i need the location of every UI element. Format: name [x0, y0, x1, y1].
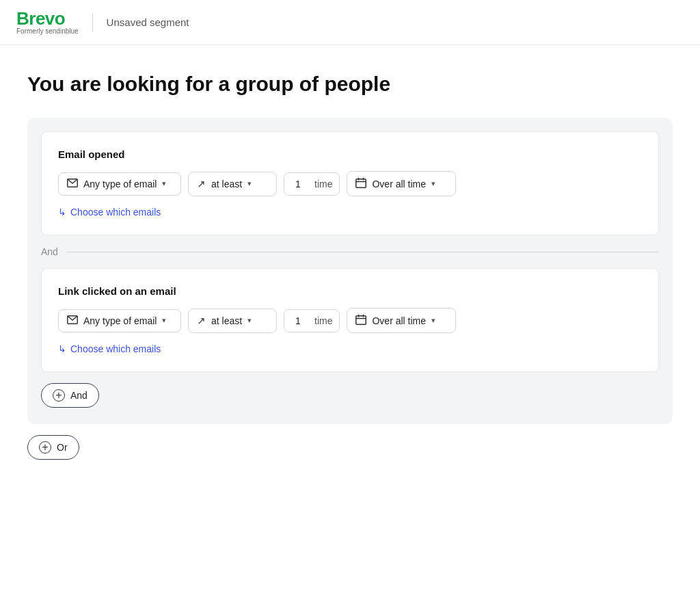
chevron-icon-2: ▾: [162, 316, 166, 325]
trend-icon-2: ↗: [197, 315, 206, 327]
add-and-circle-icon: +: [53, 389, 65, 402]
calendar-icon-2: [355, 314, 366, 327]
period-label-1: Over all time: [372, 179, 426, 189]
frequency-dropdown-1[interactable]: ↗ at least ▾: [188, 172, 277, 196]
condition-card-2: Link clicked on an email Any type of ema…: [41, 268, 659, 372]
time-input-group-1: time: [284, 172, 340, 196]
choose-arrow-icon-1: ↳: [58, 207, 66, 218]
add-or-label: Or: [57, 442, 68, 453]
time-value-input-1[interactable]: [284, 173, 312, 195]
add-and-label: And: [70, 390, 88, 401]
frequency-dropdown-2[interactable]: ↗ at least ▾: [188, 309, 277, 333]
condition-2-controls: Any type of email ▾ ↗ at least ▾ time: [58, 308, 642, 333]
header-divider: [92, 13, 93, 32]
and-divider: And: [41, 246, 659, 257]
add-or-button[interactable]: + Or: [27, 435, 79, 460]
or-section: + Or: [27, 435, 673, 460]
segment-builder: Email opened Any type of email ▾ ↗: [27, 118, 673, 424]
time-unit-label-2: time: [312, 310, 339, 332]
logo-subtitle: Formerly sendinblue: [16, 28, 79, 35]
time-input-group-2: time: [284, 309, 340, 332]
trend-icon-1: ↗: [197, 178, 206, 190]
chevron-icon-period-2: ▾: [431, 316, 435, 325]
condition-1-title: Email opened: [58, 148, 642, 160]
email-type-dropdown-2[interactable]: Any type of email ▾: [58, 309, 181, 332]
main-content: You are looking for a group of people Em…: [0, 45, 700, 487]
choose-emails-link-1[interactable]: ↳ Choose which emails: [58, 207, 161, 218]
and-label: And: [41, 246, 58, 257]
choose-emails-link-2[interactable]: ↳ Choose which emails: [58, 343, 161, 354]
condition-2-title: Link clicked on an email: [58, 285, 642, 297]
period-dropdown-1[interactable]: Over all time ▾: [347, 171, 456, 196]
email-type-label-1: Any type of email: [83, 179, 157, 189]
header: Brevo Formerly sendinblue Unsaved segmen…: [0, 0, 700, 45]
mail-icon-1: [67, 179, 78, 189]
page-heading: You are looking for a group of people: [27, 73, 673, 96]
choose-emails-label-2: Choose which emails: [70, 343, 161, 354]
chevron-icon-freq-1: ▾: [247, 179, 252, 188]
svg-rect-6: [356, 316, 366, 325]
email-type-dropdown-1[interactable]: Any type of email ▾: [58, 172, 181, 196]
add-or-circle-icon: +: [39, 441, 51, 454]
chevron-icon-period-1: ▾: [431, 179, 435, 188]
logo: Brevo Formerly sendinblue: [16, 10, 79, 35]
time-unit-label-1: time: [312, 173, 339, 195]
divider-line: [66, 252, 659, 252]
frequency-label-1: at least: [211, 179, 242, 189]
email-type-label-2: Any type of email: [83, 315, 157, 326]
add-and-button[interactable]: + And: [41, 383, 99, 408]
chevron-icon-freq-2: ▾: [247, 316, 252, 325]
frequency-label-2: at least: [211, 315, 242, 326]
period-label-2: Over all time: [372, 315, 426, 326]
mail-icon-2: [67, 315, 78, 326]
choose-emails-label-1: Choose which emails: [70, 207, 161, 218]
logo-text: Brevo: [16, 10, 79, 27]
calendar-icon-1: [355, 177, 366, 190]
choose-arrow-icon-2: ↳: [58, 343, 66, 354]
chevron-icon-1: ▾: [162, 179, 166, 188]
condition-card-1: Email opened Any type of email ▾ ↗: [41, 131, 659, 235]
svg-rect-1: [356, 179, 366, 188]
time-value-input-2[interactable]: [284, 310, 312, 332]
header-title: Unsaved segment: [107, 16, 189, 28]
period-dropdown-2[interactable]: Over all time ▾: [347, 308, 456, 333]
condition-1-controls: Any type of email ▾ ↗ at least ▾ time: [58, 171, 642, 196]
